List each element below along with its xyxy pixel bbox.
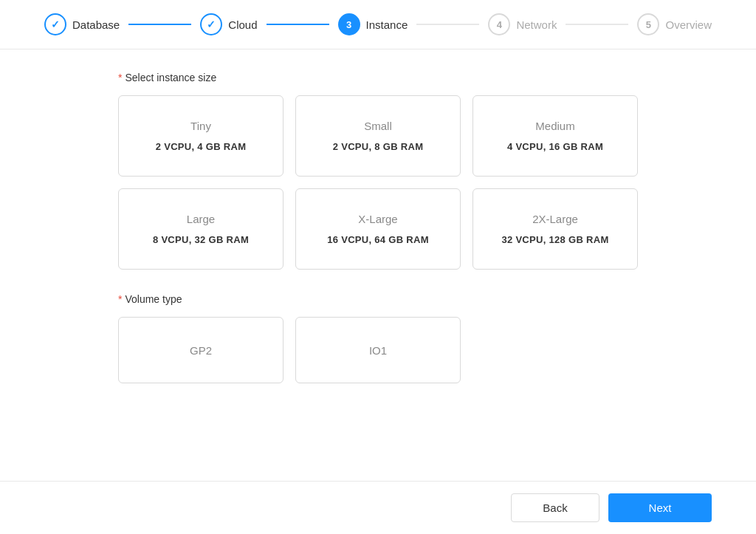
stepper: ✓ Database ✓ Cloud 3 Instance 4 Network …: [0, 0, 756, 49]
instance-required-star: *: [118, 72, 122, 83]
instance-section-title: Select instance size: [125, 72, 216, 83]
step-overview: 5 Overview: [637, 13, 712, 35]
instance-card-tiny[interactable]: Tiny 2 VCPU, 4 GB RAM: [118, 95, 284, 177]
step-circle-database: ✓: [44, 13, 66, 35]
instance-section-label: * Select instance size: [118, 72, 638, 83]
footer: Back Next: [0, 481, 756, 534]
volume-section-title: Volume type: [125, 293, 182, 305]
step-label-network: Network: [516, 18, 557, 31]
instance-card-large[interactable]: Large 8 VCPU, 32 GB RAM: [118, 188, 284, 270]
instance-card-large-title: Large: [187, 213, 215, 225]
instance-card-xlarge-specs: 16 VCPU, 64 GB RAM: [327, 234, 429, 245]
instance-card-large-specs: 8 VCPU, 32 GB RAM: [153, 234, 249, 245]
step-circle-overview: 5: [637, 13, 659, 35]
check-icon-database: ✓: [51, 18, 60, 30]
instance-card-xlarge-title: X-Large: [358, 213, 397, 225]
instance-card-small-specs: 2 VCPU, 8 GB RAM: [333, 141, 424, 152]
instance-card-2xlarge[interactable]: 2X-Large 32 VCPU, 128 GB RAM: [472, 188, 638, 270]
main-content: * Select instance size Tiny 2 VCPU, 4 GB…: [0, 49, 756, 481]
instance-card-small-title: Small: [364, 120, 392, 132]
step-label-overview: Overview: [665, 18, 712, 31]
instance-card-medium-specs: 4 VCPU, 16 GB RAM: [507, 141, 603, 152]
instance-card-small[interactable]: Small 2 VCPU, 8 GB RAM: [295, 95, 461, 177]
volume-card-gp2-title: GP2: [190, 344, 212, 357]
step-instance: 3 Instance: [338, 13, 408, 35]
connector-1: [128, 24, 191, 25]
instance-card-tiny-title: Tiny: [190, 120, 211, 132]
instance-card-medium-title: Medium: [535, 120, 574, 132]
instance-grid: Tiny 2 VCPU, 4 GB RAM Small 2 VCPU, 8 GB…: [118, 95, 638, 270]
step-number-overview: 5: [646, 19, 651, 30]
step-circle-cloud: ✓: [200, 13, 222, 35]
instance-card-xlarge[interactable]: X-Large 16 VCPU, 64 GB RAM: [295, 188, 461, 270]
instance-card-2xlarge-specs: 32 VCPU, 128 GB RAM: [501, 234, 608, 245]
step-circle-instance: 3: [338, 13, 360, 35]
step-circle-network: 4: [488, 13, 510, 35]
connector-4: [566, 24, 628, 25]
step-label-cloud: Cloud: [228, 18, 257, 31]
volume-card-gp2[interactable]: GP2: [118, 317, 284, 383]
step-label-database: Database: [72, 18, 120, 31]
step-number-network: 4: [497, 19, 502, 30]
next-button[interactable]: Next: [608, 493, 712, 522]
instance-card-2xlarge-title: 2X-Large: [532, 213, 578, 225]
instance-card-medium[interactable]: Medium 4 VCPU, 16 GB RAM: [472, 95, 638, 177]
volume-card-io1-title: IO1: [369, 344, 387, 357]
instance-card-tiny-specs: 2 VCPU, 4 GB RAM: [156, 141, 247, 152]
volume-required-star: *: [118, 293, 122, 305]
back-button[interactable]: Back: [511, 493, 599, 522]
volume-section-label: * Volume type: [118, 293, 638, 305]
connector-2: [267, 24, 329, 25]
step-database: ✓ Database: [44, 13, 120, 35]
step-network: 4 Network: [488, 13, 557, 35]
check-icon-cloud: ✓: [207, 18, 216, 30]
step-label-instance: Instance: [366, 18, 408, 31]
step-cloud: ✓ Cloud: [200, 13, 257, 35]
step-number-instance: 3: [346, 19, 351, 30]
connector-3: [416, 24, 479, 25]
volume-card-io1[interactable]: IO1: [295, 317, 461, 383]
volume-grid: GP2 IO1: [118, 317, 638, 383]
